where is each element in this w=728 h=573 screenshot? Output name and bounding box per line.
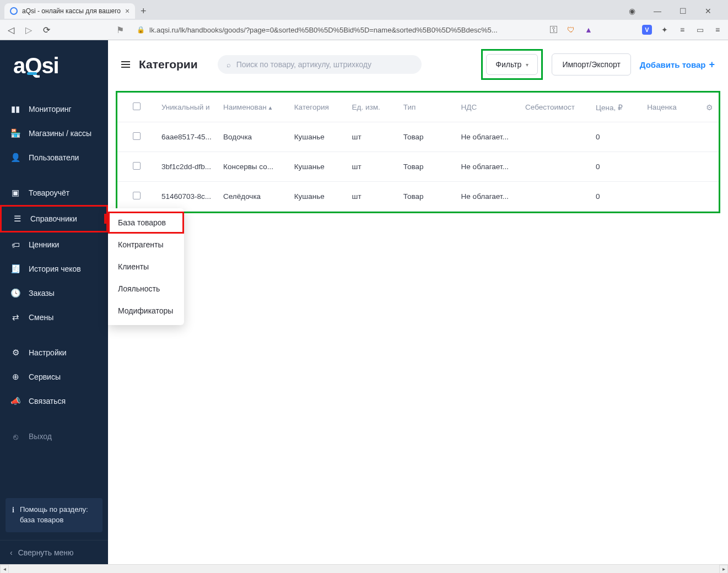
submenu-item-modifiers[interactable]: Модификаторы bbox=[108, 300, 184, 322]
select-all-header[interactable] bbox=[117, 93, 156, 122]
new-tab-button[interactable]: + bbox=[136, 4, 150, 18]
add-item-button[interactable]: Добавить товар + bbox=[640, 59, 715, 71]
sidebar-label: Связаться bbox=[29, 397, 66, 406]
card-ext-icon[interactable]: ▭ bbox=[695, 25, 705, 35]
sidebar-item-contact[interactable]: 📣Связаться bbox=[0, 389, 108, 413]
browser-tab[interactable]: aQsi - онлайн кассы для вашего × bbox=[4, 3, 135, 19]
cell-vat: Не облагает... bbox=[456, 122, 520, 152]
cell-cost bbox=[520, 182, 590, 212]
sidebar-item-handbooks[interactable]: ☰ Справочники bbox=[0, 205, 108, 233]
col-unit[interactable]: Ед. изм. bbox=[347, 93, 398, 122]
sidebar-item-orders[interactable]: 🕓Заказы bbox=[0, 281, 108, 305]
cell-name: Консервы со... bbox=[218, 152, 289, 182]
sidebar-label: История чеков bbox=[29, 264, 81, 273]
sidebar-item-users[interactable]: 👤Пользователи bbox=[0, 145, 108, 170]
cell-cost bbox=[520, 122, 590, 152]
cell-margin bbox=[641, 152, 693, 182]
submenu-item-counterparties[interactable]: Контрагенты bbox=[108, 234, 184, 256]
add-item-label: Добавить товар bbox=[640, 60, 706, 69]
sort-asc-icon: ▲ bbox=[268, 105, 273, 111]
sidebar-item-stores[interactable]: 🏪Магазины / кассы bbox=[0, 121, 108, 145]
table-header-row: Уникальный и Наименован▲ Категория Ед. и… bbox=[117, 93, 719, 122]
search-input[interactable] bbox=[236, 60, 413, 69]
tab-close-icon[interactable]: × bbox=[125, 7, 130, 15]
url-field[interactable]: 🔒 lk.aqsi.ru/lk/handbooks/goods/?page=0&… bbox=[132, 24, 542, 36]
col-price[interactable]: Цена, ₽ bbox=[590, 93, 641, 122]
sidebar-label: Ценники bbox=[29, 240, 59, 249]
triangle-ext-icon[interactable]: ▲ bbox=[584, 25, 594, 35]
sidebar-item-inventory[interactable]: ▣Товароучёт bbox=[0, 181, 108, 205]
scrollbar-track[interactable] bbox=[9, 565, 719, 574]
sidebar-item-services[interactable]: ⊕Сервисы bbox=[0, 365, 108, 389]
table-row[interactable]: 3bf1c2dd-dfb...Консервы со...КушаньештТо… bbox=[117, 152, 719, 182]
v-ext-icon[interactable]: V bbox=[642, 25, 652, 35]
col-cost[interactable]: Себестоимост bbox=[520, 93, 590, 122]
col-name[interactable]: Наименован▲ bbox=[218, 93, 289, 122]
maximize-icon[interactable]: ☐ bbox=[672, 4, 694, 18]
reload-button[interactable]: ⟳ bbox=[41, 25, 52, 35]
sidebar-item-receipts[interactable]: 🧾История чеков bbox=[0, 257, 108, 281]
sidebar-item-pricetags[interactable]: 🏷Ценники bbox=[0, 233, 108, 257]
close-icon[interactable]: ✕ bbox=[697, 4, 719, 18]
help-title: Помощь по разделу: bbox=[20, 505, 88, 515]
checkbox-icon[interactable] bbox=[133, 102, 141, 110]
col-settings[interactable]: ⚙ bbox=[693, 93, 719, 122]
cell-unit: шт bbox=[347, 152, 398, 182]
sidebar: aQsi ▮▮Мониторинг 🏪Магазины / кассы 👤Пол… bbox=[0, 40, 108, 565]
favicon-icon bbox=[10, 7, 18, 15]
key-icon[interactable]: ⚿ bbox=[548, 25, 559, 35]
search-box[interactable]: ⌕ bbox=[218, 55, 422, 74]
cell-vat: Не облагает... bbox=[456, 152, 520, 182]
page-title: Категории bbox=[139, 58, 198, 71]
filter-highlight: Фильтр ▾ bbox=[481, 49, 543, 80]
forward-button[interactable]: ▷ bbox=[23, 25, 34, 35]
sidebar-item-monitoring[interactable]: ▮▮Мониторинг bbox=[0, 97, 108, 121]
back-button[interactable]: ◁ bbox=[6, 25, 17, 35]
gear-icon[interactable]: ⚙ bbox=[706, 104, 713, 112]
filter-button[interactable]: Фильтр ▾ bbox=[486, 54, 538, 75]
submenu-item-loyalty[interactable]: Лояльность bbox=[108, 278, 184, 300]
swap-icon: ⇄ bbox=[10, 312, 21, 323]
col-category[interactable]: Категория bbox=[289, 93, 347, 122]
collapse-menu-button[interactable]: ‹ Свернуть меню bbox=[0, 540, 108, 565]
checkbox-icon[interactable] bbox=[133, 132, 141, 140]
import-export-button[interactable]: Импорт/Экспорт bbox=[552, 53, 630, 75]
submenu-item-goods[interactable]: База товаров bbox=[108, 212, 184, 234]
app-root: aQsi ▮▮Мониторинг 🏪Магазины / кассы 👤Пол… bbox=[0, 40, 728, 565]
info-icon: i bbox=[12, 505, 14, 526]
plus-circle-icon: ⊕ bbox=[10, 371, 21, 382]
horizontal-scrollbar[interactable]: ◂ ▸ bbox=[0, 564, 728, 573]
list-ext-icon[interactable]: ≡ bbox=[677, 25, 687, 35]
sidebar-item-shifts[interactable]: ⇄Смены bbox=[0, 305, 108, 329]
row-checkbox-cell[interactable] bbox=[117, 182, 156, 212]
col-margin[interactable]: Наценка bbox=[641, 93, 693, 122]
minimize-icon[interactable]: — bbox=[646, 4, 668, 18]
help-box[interactable]: i Помощь по разделу: база товаров bbox=[6, 498, 103, 532]
cell-category: Кушанье bbox=[289, 182, 347, 212]
col-vat[interactable]: НДС bbox=[456, 93, 520, 122]
scroll-right-icon[interactable]: ▸ bbox=[719, 565, 728, 574]
sidebar-item-settings[interactable]: ⚙Настройки bbox=[0, 340, 108, 365]
cell-type: Товар bbox=[398, 182, 456, 212]
scroll-left-icon[interactable]: ◂ bbox=[0, 565, 9, 574]
sidebar-item-exit[interactable]: ⎋Выход bbox=[0, 424, 108, 448]
bookmark-icon[interactable]: ⚑ bbox=[115, 25, 126, 35]
sidebar-label: Сервисы bbox=[29, 372, 61, 381]
table-row[interactable]: 51460703-8c...СелёдочкаКушаньештТоварНе … bbox=[117, 182, 719, 212]
checkbox-icon[interactable] bbox=[133, 162, 141, 170]
menu-ext-icon[interactable]: ≡ bbox=[713, 25, 722, 35]
puzzle-ext-icon[interactable]: ✦ bbox=[660, 25, 670, 35]
col-type[interactable]: Тип bbox=[398, 93, 456, 122]
logo-text: aQsi bbox=[13, 53, 59, 78]
row-checkbox-cell[interactable] bbox=[117, 152, 156, 182]
shield-ext-icon[interactable]: 🛡 bbox=[566, 25, 576, 35]
circle-icon[interactable]: ◉ bbox=[621, 4, 643, 18]
submenu-item-clients[interactable]: Клиенты bbox=[108, 256, 184, 278]
hamburger-icon[interactable] bbox=[121, 61, 130, 68]
checkbox-icon[interactable] bbox=[133, 192, 141, 199]
sidebar-label: Смены bbox=[29, 313, 53, 322]
table-row[interactable]: 6aae8517-45...ВодочкаКушаньештТоварНе об… bbox=[117, 122, 719, 152]
gear-icon: ⚙ bbox=[10, 347, 21, 358]
row-checkbox-cell[interactable] bbox=[117, 122, 156, 152]
col-id[interactable]: Уникальный и bbox=[156, 93, 218, 122]
